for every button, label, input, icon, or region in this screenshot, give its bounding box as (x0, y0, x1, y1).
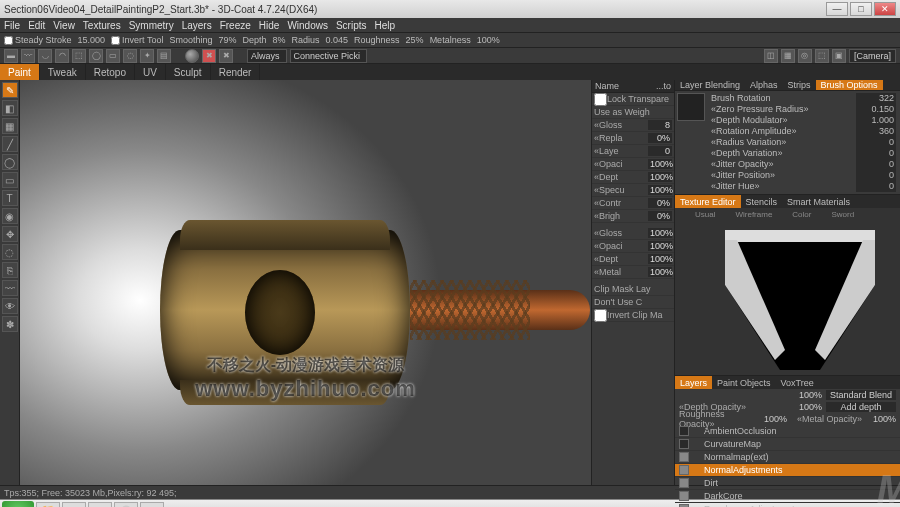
connective-dropdown[interactable]: Connective Picki (290, 49, 368, 63)
zero-pressure-value[interactable]: 0.150 (856, 104, 896, 115)
tex-mode-usual[interactable]: Usual (695, 210, 715, 219)
depth-value[interactable]: 100% (648, 172, 672, 182)
tool-line[interactable]: ╱ (2, 136, 18, 152)
layer-visibility-icon[interactable] (679, 439, 689, 449)
material-preview-icon[interactable] (185, 49, 199, 63)
metal-opacity-value[interactable]: 100% (866, 414, 896, 424)
tab-layers[interactable]: Layers (675, 376, 712, 389)
taskbar-app2-icon[interactable]: ▦ (140, 502, 164, 508)
tex-mode-sword[interactable]: Sword (831, 210, 854, 219)
depth-variation-value[interactable]: 0 (856, 148, 896, 159)
tab-texture-editor[interactable]: Texture Editor (675, 195, 741, 208)
jitter-position-value[interactable]: 0 (856, 170, 896, 181)
view-4-icon[interactable]: ⬚ (815, 49, 829, 63)
menu-windows[interactable]: Windows (287, 20, 328, 31)
layer-visibility-icon[interactable] (679, 452, 689, 462)
blend-mode-dropdown[interactable]: Standard Blend (826, 390, 896, 400)
tex-mode-wireframe[interactable]: Wireframe (735, 210, 772, 219)
menu-layers[interactable]: Layers (182, 20, 212, 31)
depth-mode-dropdown[interactable]: Add depth (826, 402, 896, 412)
replace-value[interactable]: 0% (648, 133, 672, 143)
layer-normalmap-ext[interactable]: Normalmap(ext) (675, 451, 900, 464)
layer-curvature-map[interactable]: CurvatureMap (675, 438, 900, 451)
view-1-icon[interactable]: ◫ (764, 49, 778, 63)
tab-tweak[interactable]: Tweak (40, 64, 86, 80)
taskbar-explorer-icon[interactable]: 📁 (36, 502, 60, 508)
radius-variation-value[interactable]: 0 (856, 137, 896, 148)
layer-visibility-icon[interactable] (679, 491, 689, 501)
close-button[interactable]: ✕ (874, 2, 896, 16)
tool-pick[interactable]: ◉ (2, 208, 18, 224)
opacity2-value[interactable]: 100% (648, 241, 672, 251)
tab-uv[interactable]: UV (135, 64, 166, 80)
viewport[interactable]: 不移之火-动漫游戏美术资源 www.byzhihuo.com (20, 80, 591, 485)
tab-paint-objects[interactable]: Paint Objects (712, 376, 776, 389)
steady-stroke-checkbox[interactable] (4, 36, 13, 45)
tex-mode-color[interactable]: Color (792, 210, 811, 219)
contrast-value[interactable]: 0% (648, 198, 672, 208)
camera-dropdown[interactable]: [Camera] (849, 49, 896, 63)
tool-smudge[interactable]: 〰 (2, 280, 18, 296)
stroke-mode-10-icon[interactable]: ▤ (157, 49, 171, 63)
invert-clip-checkbox[interactable] (594, 309, 607, 322)
lock-transparent-checkbox[interactable] (594, 93, 607, 106)
brush-alpha-swatch[interactable] (677, 93, 705, 121)
dont-use-clip-label[interactable]: Don't Use C (594, 297, 672, 307)
specular-value[interactable]: 100% (648, 185, 672, 195)
layer-visibility-icon[interactable] (679, 426, 689, 436)
metal-value[interactable]: 100% (648, 267, 672, 277)
tab-strips[interactable]: Strips (783, 80, 816, 90)
brush-rotation-value[interactable]: 322 (856, 93, 896, 104)
menu-view[interactable]: View (53, 20, 75, 31)
layer-normal-adjustments[interactable]: NormalAdjustments (675, 464, 900, 477)
layer-visibility-icon[interactable] (679, 465, 689, 475)
tool-fill[interactable]: ▦ (2, 118, 18, 134)
menu-edit[interactable]: Edit (28, 20, 45, 31)
jitter-hue-value[interactable]: 0 (856, 181, 896, 192)
tab-layer-blending[interactable]: Layer Blending (675, 80, 745, 90)
tab-alphas[interactable]: Alphas (745, 80, 783, 90)
tool-lasso[interactable]: ◌ (2, 244, 18, 260)
tool-rect[interactable]: ▭ (2, 172, 18, 188)
radius-value[interactable]: 0.045 (326, 35, 349, 45)
jitter-opacity-value[interactable]: 0 (856, 159, 896, 170)
tab-voxtree[interactable]: VoxTree (776, 376, 819, 389)
maximize-button[interactable]: □ (850, 2, 872, 16)
roughness-opacity-value[interactable]: 100% (757, 414, 787, 424)
taskbar-obs-icon[interactable]: ⬤ (114, 502, 138, 508)
menu-help[interactable]: Help (375, 20, 396, 31)
tool-circle[interactable]: ◯ (2, 154, 18, 170)
layer-dark-core[interactable]: DarkCore (675, 490, 900, 503)
taskbar-app1-icon[interactable]: ▦ (88, 502, 112, 508)
opacity-value[interactable]: 100% (648, 159, 672, 169)
menu-textures[interactable]: Textures (83, 20, 121, 31)
tab-stencils[interactable]: Stencils (741, 195, 783, 208)
stroke-value[interactable]: 15.000 (78, 35, 106, 45)
roughness-value[interactable]: 25% (406, 35, 424, 45)
view-3-icon[interactable]: ◎ (798, 49, 812, 63)
brightness-value[interactable]: 0% (648, 211, 672, 221)
menu-file[interactable]: File (4, 20, 20, 31)
start-button[interactable]: ⊞ (2, 501, 34, 508)
gloss-value[interactable]: 8 (648, 120, 672, 130)
layer-value[interactable]: 0 (648, 146, 672, 156)
metalness-value[interactable]: 100% (477, 35, 500, 45)
invert-tool-checkbox[interactable] (111, 36, 120, 45)
gloss2-value[interactable]: 100% (648, 228, 672, 238)
tab-retopo[interactable]: Retopo (86, 64, 135, 80)
layer-ambient-occlusion[interactable]: AmbientOcclusion (675, 425, 900, 438)
tab-smart-materials[interactable]: Smart Materials (782, 195, 855, 208)
menu-scripts[interactable]: Scripts (336, 20, 367, 31)
tool-move[interactable]: ✥ (2, 226, 18, 242)
always-dropdown[interactable]: Always (247, 49, 287, 63)
stroke-mode-6-icon[interactable]: ◯ (89, 49, 103, 63)
tab-paint[interactable]: Paint (0, 64, 40, 80)
depth-value[interactable]: 8% (273, 35, 286, 45)
depth-opacity-value[interactable]: 100% (792, 402, 822, 412)
view-2-icon[interactable]: ▦ (781, 49, 795, 63)
stroke-mode-4-icon[interactable]: ◠ (55, 49, 69, 63)
stroke-mode-2-icon[interactable]: 〰 (21, 49, 35, 63)
texture-editor-viewport[interactable] (675, 220, 900, 375)
tool-clone[interactable]: ⎘ (2, 262, 18, 278)
smoothing-value[interactable]: 79% (218, 35, 236, 45)
